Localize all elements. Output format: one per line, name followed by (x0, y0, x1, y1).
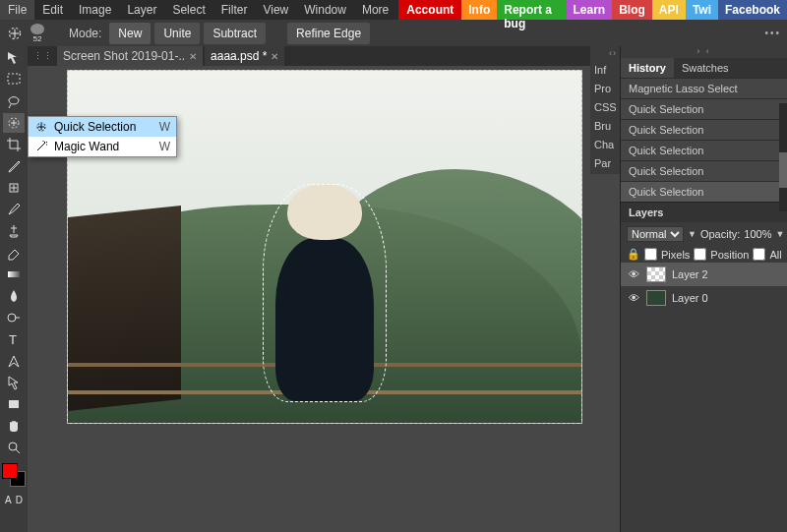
menu-layer[interactable]: Layer (119, 0, 164, 20)
panel-collapse-handle-icon[interactable]: › ‹ (621, 46, 787, 58)
right-panel: › ‹ History Swatches Magnetic Lasso Sele… (620, 46, 787, 532)
close-tab-icon[interactable]: ✕ (189, 51, 197, 62)
tab-history[interactable]: History (621, 58, 674, 78)
link-report-bug[interactable]: Report a bug (497, 0, 566, 20)
healing-tool[interactable] (3, 178, 25, 198)
right-links: Info Report a bug Learn Blog API Twi Fac… (461, 0, 787, 20)
collapsed-panel-paragraph[interactable]: Par (590, 153, 620, 172)
tab-label: aaaa.psd * (211, 49, 267, 63)
svg-point-7 (8, 314, 16, 322)
path-select-tool[interactable] (3, 373, 25, 392)
svg-text:T: T (9, 332, 17, 347)
visibility-icon[interactable]: 👁 (627, 292, 640, 304)
layers-panel-header[interactable]: Layers (621, 202, 787, 222)
toolbar-footer: A D (5, 495, 23, 505)
quick-selection-tool[interactable] (3, 113, 25, 133)
flyout-magic-wand[interactable]: Magic Wand W (29, 137, 176, 156)
layer-row[interactable]: 👁 Layer 2 (621, 263, 787, 286)
tab-aaaa[interactable]: aaaa.psd * ✕ (205, 46, 284, 66)
dropdown-icon[interactable]: ▼ (775, 229, 784, 239)
footer-a[interactable]: A (5, 495, 12, 505)
rect-select-tool[interactable] (3, 70, 25, 89)
history-item[interactable]: Quick Selection (621, 160, 787, 181)
menu-window[interactable]: Window (296, 0, 354, 20)
collapsed-panel-info[interactable]: Inf (590, 60, 620, 79)
collapsed-panel-brush[interactable]: Bru (590, 116, 620, 135)
menu-select[interactable]: Select (164, 0, 212, 20)
tab-screenshot[interactable]: Screen Shot 2019-01-.. ✕ (57, 46, 203, 66)
link-learn[interactable]: Learn (567, 0, 613, 20)
mode-new-button[interactable]: New (109, 23, 151, 44)
collapsed-panel-character[interactable]: Cha (590, 135, 620, 153)
layer-name[interactable]: Layer 0 (672, 292, 708, 304)
collapsed-panel-css[interactable]: CSS (590, 97, 620, 116)
menu-image[interactable]: Image (71, 0, 119, 20)
collapsed-panel-properties[interactable]: Pro (590, 79, 620, 97)
menu-file[interactable]: File (0, 0, 34, 20)
visibility-icon[interactable]: 👁 (627, 268, 640, 280)
link-info[interactable]: Info (461, 0, 497, 20)
history-item[interactable]: Quick Selection (621, 181, 787, 202)
move-tool[interactable] (3, 48, 25, 68)
gradient-tool[interactable] (3, 265, 25, 284)
svg-point-10 (9, 443, 17, 450)
dodge-tool[interactable] (3, 308, 25, 327)
blur-tool[interactable] (3, 286, 25, 306)
footer-d[interactable]: D (16, 495, 23, 505)
history-item[interactable]: Quick Selection (621, 98, 787, 119)
link-api[interactable]: API (652, 0, 686, 20)
layer-row[interactable]: 👁 Layer 0 (621, 286, 787, 310)
account-button[interactable]: Account (398, 0, 461, 20)
history-list: Magnetic Lasso Select Quick Selection Qu… (621, 78, 787, 202)
pen-tool[interactable] (3, 351, 25, 371)
lock-all-checkbox[interactable] (753, 248, 765, 261)
close-tab-icon[interactable]: ✕ (271, 51, 278, 62)
link-blog[interactable]: Blog (612, 0, 652, 20)
history-item[interactable]: Quick Selection (621, 140, 787, 160)
lock-pixels-checkbox[interactable] (644, 248, 657, 261)
type-tool[interactable]: T (3, 329, 25, 349)
document-tabs: ⋮⋮ Screen Shot 2019-01-.. ✕ aaaa.psd * ✕ (28, 46, 590, 66)
menu-edit[interactable]: Edit (34, 0, 71, 20)
link-facebook[interactable]: Facebook (718, 0, 787, 20)
layer-thumbnail[interactable] (646, 266, 666, 282)
layer-name[interactable]: Layer 2 (672, 268, 708, 280)
flyout-shortcut: W (159, 140, 170, 153)
menu-view[interactable]: View (255, 0, 296, 20)
crop-tool[interactable] (3, 135, 25, 154)
tab-drag-handle-icon[interactable]: ⋮⋮ (33, 51, 53, 61)
tool-flyout-menu: Quick Selection W Magic Wand W (28, 116, 177, 157)
menu-filter[interactable]: Filter (213, 0, 256, 20)
color-swatches[interactable] (2, 463, 26, 487)
brush-tool[interactable] (3, 200, 25, 219)
tab-swatches[interactable]: Swatches (674, 58, 737, 78)
collapse-handle-icon[interactable]: ‹› (590, 46, 620, 60)
foreground-color[interactable] (2, 463, 18, 479)
lock-position-checkbox[interactable] (694, 248, 706, 261)
eraser-tool[interactable] (3, 243, 25, 263)
brush-size-control[interactable]: 52 (28, 24, 47, 43)
flyout-quick-selection[interactable]: Quick Selection W (29, 117, 176, 137)
zoom-tool[interactable] (3, 438, 25, 457)
lasso-tool[interactable] (3, 91, 25, 111)
mode-subtract-button[interactable]: Subtract (204, 23, 266, 44)
history-item[interactable]: Magnetic Lasso Select (621, 78, 787, 98)
layer-thumbnail[interactable] (646, 290, 666, 306)
history-scrollbar[interactable] (779, 103, 787, 211)
history-item[interactable]: Quick Selection (621, 119, 787, 140)
hand-tool[interactable] (3, 416, 25, 436)
clone-stamp-tool[interactable] (3, 221, 25, 241)
svg-rect-3 (8, 74, 20, 84)
link-twitter[interactable]: Twi (686, 0, 718, 20)
shape-tool[interactable] (3, 394, 25, 414)
menu-more[interactable]: More (354, 0, 396, 20)
blend-mode-select[interactable]: Normal (627, 226, 684, 242)
scrollbar-thumb[interactable] (779, 152, 787, 188)
opacity-value[interactable]: 100% (744, 228, 771, 240)
eyedropper-tool[interactable] (3, 156, 25, 176)
refine-edge-button[interactable]: Refine Edge (287, 23, 370, 44)
lock-all-label: All (769, 249, 781, 261)
options-overflow-icon[interactable]: ••• (764, 28, 787, 38)
mode-label: Mode: (65, 27, 105, 40)
mode-unite-button[interactable]: Unite (154, 23, 200, 44)
